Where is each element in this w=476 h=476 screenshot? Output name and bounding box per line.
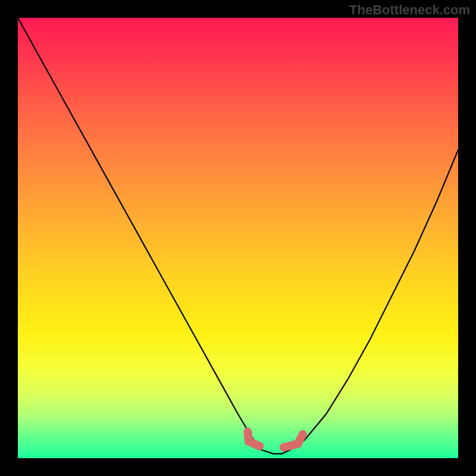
bottleneck-curve-svg (18, 18, 458, 458)
watermark-text: TheBottleneck.com (349, 2, 470, 18)
trough-marker-right (284, 434, 303, 447)
bottleneck-curve-line (18, 18, 458, 454)
trough-marker-left (248, 432, 259, 446)
chart-plot-area (18, 18, 458, 458)
